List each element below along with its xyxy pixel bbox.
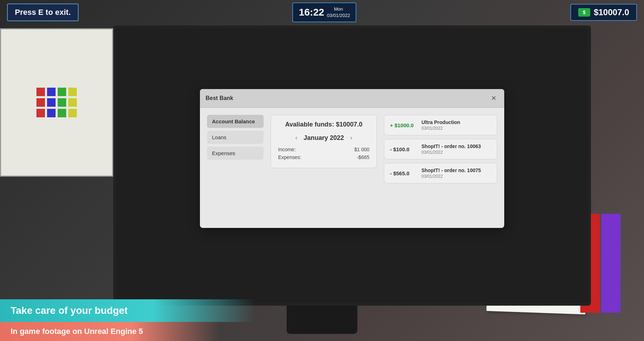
- tx-date-2: 03/01/2022: [421, 150, 481, 155]
- clock-date: Mon 03/01/2022: [327, 6, 350, 19]
- nav-item-expenses[interactable]: Expenses: [207, 147, 264, 160]
- bank-dialog: Best Bank ✕ Account Balance Loans Expens…: [200, 89, 504, 228]
- transactions-panel: + $1000.0 Ultra Production 03/01/2022 - …: [384, 115, 497, 221]
- color-cell: [58, 88, 66, 96]
- tx-amount-3: - $565.0: [390, 170, 416, 176]
- color-cell: [36, 98, 45, 107]
- color-grid: [36, 88, 77, 117]
- whiteboard: [0, 28, 113, 177]
- tx-amount-1: + $1000.0: [390, 122, 416, 128]
- tx-date-3: 03/01/2022: [421, 174, 481, 179]
- center-panel: Avaliable funds: $10007.0 ‹ January 2022…: [271, 115, 377, 221]
- color-cell: [58, 98, 66, 107]
- tx-name-2: ShopIT! - order no. 10063: [421, 143, 481, 149]
- month-nav: ‹ January 2022 ›: [278, 134, 369, 142]
- money-badge: $ $10007.0: [570, 4, 637, 21]
- transaction-card-1: + $1000.0 Ultra Production 03/01/2022: [384, 115, 497, 135]
- expenses-row: Expenses: -$665: [278, 154, 369, 160]
- tx-details-3: ShopIT! - order no. 10075 03/01/2022: [421, 167, 481, 179]
- dialog-body: Account Balance Loans Expenses Avaliable…: [200, 108, 504, 228]
- nav-item-loans[interactable]: Loans: [207, 131, 264, 144]
- color-cell: [47, 109, 56, 117]
- dialog-close-button[interactable]: ✕: [489, 93, 499, 103]
- banner-budget: Take care of your budget: [0, 299, 255, 322]
- income-label: Income:: [278, 147, 296, 152]
- color-cell: [68, 98, 77, 107]
- monitor: Best Bank ✕ Account Balance Loans Expens…: [113, 25, 591, 306]
- color-cell: [36, 109, 45, 117]
- bottom-banners: Take care of your budget In game footage…: [0, 299, 644, 341]
- color-cell: [47, 98, 56, 107]
- color-cell: [68, 109, 77, 117]
- clock-badge: 16:22 Mon 03/01/2022: [292, 2, 356, 22]
- color-cell: [36, 88, 45, 96]
- tx-name-1: Ultra Production: [421, 119, 460, 125]
- color-cell: [68, 88, 77, 96]
- tx-amount-2: - $100.0: [390, 146, 416, 152]
- clock-day: Mon: [327, 6, 350, 12]
- tx-details-1: Ultra Production 03/01/2022: [421, 119, 460, 131]
- dialog-title-bar: Best Bank ✕: [200, 89, 504, 108]
- color-cell: [58, 109, 66, 117]
- month-next-button[interactable]: ›: [348, 134, 354, 142]
- nav-item-account-balance[interactable]: Account Balance: [207, 115, 264, 128]
- clock-date-value: 03/01/2022: [327, 12, 350, 19]
- tx-date-1: 03/01/2022: [421, 126, 460, 131]
- available-funds-value: $10007.0: [336, 121, 362, 128]
- dialog-nav: Account Balance Loans Expenses: [207, 115, 264, 221]
- press-e-badge: Press E to exit.: [7, 4, 79, 21]
- tx-name-3: ShopIT! - order no. 10075: [421, 167, 481, 173]
- transaction-card-3: - $565.0 ShopIT! - order no. 10075 03/01…: [384, 163, 497, 183]
- expenses-label: Expenses:: [278, 154, 301, 160]
- available-funds-label: Avaliable funds:: [285, 121, 334, 128]
- clock-time: 16:22: [299, 7, 324, 18]
- dialog-overlay: Best Bank ✕ Account Balance Loans Expens…: [116, 28, 588, 303]
- dialog-title: Best Bank: [206, 95, 233, 101]
- month-prev-button[interactable]: ‹: [293, 134, 299, 142]
- expenses-value: -$665: [357, 154, 369, 160]
- hud-top: Press E to exit. 16:22 Mon 03/01/2022 $ …: [0, 0, 644, 25]
- income-row: Income: $1 000: [278, 147, 369, 152]
- binder-purple: [601, 214, 621, 313]
- transaction-card-2: - $100.0 ShopIT! - order no. 10063 03/01…: [384, 139, 497, 159]
- available-funds: Avaliable funds: $10007.0: [278, 121, 369, 128]
- color-cell: [47, 88, 56, 96]
- tx-details-2: ShopIT! - order no. 10063 03/01/2022: [421, 143, 481, 155]
- money-icon: $: [578, 8, 590, 17]
- monitor-screen: Best Bank ✕ Account Balance Loans Expens…: [116, 28, 588, 303]
- banner-budget-text: Take care of your budget: [11, 305, 128, 316]
- press-e-label: Press E to exit.: [15, 8, 71, 17]
- banner-engine: In game footage on Unreal Engine 5: [0, 322, 219, 341]
- funds-card: Avaliable funds: $10007.0 ‹ January 2022…: [271, 115, 377, 168]
- banner-engine-text: In game footage on Unreal Engine 5: [11, 327, 143, 336]
- month-label: January 2022: [304, 134, 344, 142]
- money-amount: $10007.0: [594, 7, 629, 17]
- income-value: $1 000: [354, 147, 369, 152]
